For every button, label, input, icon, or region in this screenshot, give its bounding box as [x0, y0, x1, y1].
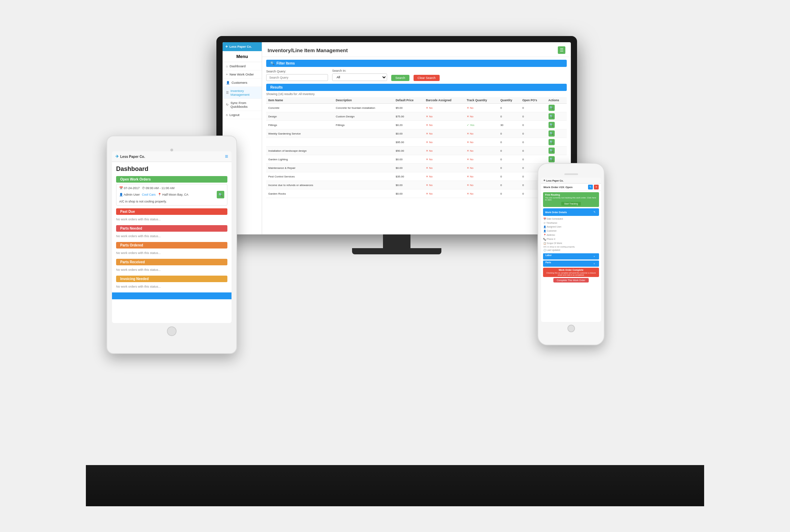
- cell-price: $5.00: [394, 104, 424, 112]
- phone-labor-section: Labor +: [543, 253, 599, 259]
- wo-search-button[interactable]: 🔍: [217, 191, 224, 198]
- sidebar-menu-title: Menu: [223, 51, 262, 62]
- table-header-row: Item Name Description Default Price Barc…: [266, 97, 567, 104]
- cell-open-po: 0: [520, 138, 546, 147]
- add-item-button[interactable]: ☰: [558, 46, 565, 54]
- sidebar-item-dashboard[interactable]: ⌂ Dashboard: [223, 62, 262, 70]
- row-action-button[interactable]: 🔍: [549, 148, 555, 154]
- monitor-stand-neck: [383, 234, 410, 248]
- phone-labor-add[interactable]: +: [592, 254, 597, 259]
- parts-needed-empty: No work orders with this status...: [112, 233, 232, 241]
- cell-price: $0.00: [394, 164, 424, 172]
- row-action-button[interactable]: 🔍: [549, 113, 555, 119]
- cell-quantity: 30: [498, 121, 520, 129]
- phone-assigned-label: 👤 Assigned User:: [543, 225, 562, 228]
- monitor: ✈ Less Paper Co. Menu ⌂ Dashboard + New …: [216, 36, 577, 254]
- invoicing-needed-bar: Invoicing Needed: [116, 276, 227, 282]
- cell-actions: 🔍: [546, 155, 567, 164]
- row-action-button[interactable]: 🔍: [549, 122, 555, 128]
- cell-item-name: Maintenance & Repair: [266, 164, 334, 172]
- cell-quantity: 0: [498, 155, 520, 164]
- monitor-screen: ✈ Less Paper Co. Menu ⌂ Dashboard + New …: [223, 42, 571, 234]
- table-row: Maintenance & Repair $0.00 ✕ No ✕ No 0 0…: [266, 164, 567, 172]
- cell-barcode: ✕ No: [424, 104, 465, 112]
- search-button[interactable]: Search: [391, 75, 409, 81]
- phone-logo: ✈ Less Paper Co.: [543, 179, 564, 182]
- table-row: Garden Lighting $0.00 ✕ No ✕ No 0 0 🔍: [266, 155, 567, 164]
- phone-edit-button[interactable]: ✎: [588, 185, 593, 189]
- phone-speaker: [564, 173, 578, 175]
- sidebar-item-new-work-order[interactable]: + New Work Order: [223, 70, 262, 79]
- cell-open-po: 0: [520, 104, 546, 112]
- main-content: Inventory/Line Item Management ☰ 🔍 Filte…: [262, 42, 571, 234]
- tablet-camera: [170, 149, 173, 151]
- search-query-group: Search Query:: [266, 70, 328, 81]
- sidebar-item-sync[interactable]: ↻ Sync From Quickbooks: [223, 99, 262, 111]
- complete-work-order-button[interactable]: Complete This Work Order: [553, 278, 589, 282]
- cell-quantity: 0: [498, 189, 520, 198]
- cell-price: $95.00: [394, 138, 424, 147]
- phone-date-label: 📅 Date Scheduled:: [543, 218, 563, 220]
- row-action-button[interactable]: 🔍: [549, 105, 555, 111]
- past-due-bar: Past Due: [116, 208, 227, 215]
- inventory-table-scroll: Item Name Description Default Price Barc…: [262, 97, 571, 234]
- cell-track: ✕ No: [465, 147, 498, 155]
- phone-timeframe-label: ⏱ Timeframe:: [543, 222, 557, 224]
- row-action-button[interactable]: 🔍: [549, 156, 555, 162]
- clear-search-button[interactable]: Clear Search: [414, 75, 440, 81]
- cell-open-po: 0: [520, 112, 546, 121]
- parts-needed-bar: Parts Needed: [116, 225, 227, 232]
- cell-item-name: [266, 138, 334, 147]
- sidebar-item-logout[interactable]: ⎋ Logout: [223, 111, 262, 119]
- phone-home-button[interactable]: [567, 325, 575, 332]
- phone-close-button[interactable]: ✕: [594, 185, 599, 189]
- hamburger-icon[interactable]: ≡: [225, 153, 228, 160]
- row-action-button[interactable]: 🔍: [549, 130, 555, 137]
- sidebar-sync-label: Sync From Quickbooks: [230, 101, 258, 108]
- sidebar-logo: ✈ Less Paper Co.: [223, 42, 262, 51]
- cell-track: ✕ No: [465, 172, 498, 181]
- phone-complete-section: Work Order Complete Checking this as com…: [543, 268, 599, 277]
- cell-track: ✕ No: [465, 138, 498, 147]
- home-icon: ⌂: [226, 65, 228, 68]
- sidebar-item-inventory[interactable]: ☰ Inventory Management: [223, 87, 262, 99]
- search-in-select[interactable]: All: [332, 73, 387, 81]
- wo-customer-link[interactable]: Cool Cars: [142, 193, 156, 196]
- main-header: Inventory/Line Item Management ☰: [262, 42, 571, 57]
- logout-icon: ⎋: [226, 113, 228, 117]
- search-in-group: Search In: All: [332, 69, 387, 81]
- search-input[interactable]: [266, 74, 328, 81]
- cell-item-name: Design: [266, 112, 334, 121]
- start-tracking-button[interactable]: Start Tracking: [561, 202, 580, 206]
- row-action-button[interactable]: 🔍: [549, 139, 555, 145]
- tablet-home-button[interactable]: [167, 326, 177, 336]
- phone-parts-label: Parts: [545, 261, 551, 266]
- cell-actions: 🔍: [546, 121, 567, 129]
- free-routing-text: You are currently not tracking this work…: [545, 197, 597, 201]
- cell-barcode: ✕ No: [424, 112, 465, 121]
- col-item-name: Item Name: [266, 97, 334, 104]
- cell-item-name: Concrete: [266, 104, 334, 112]
- cell-description: [334, 189, 394, 198]
- col-track: Track Quantity: [465, 97, 498, 104]
- phone: ✈ Less Paper Co. Work Order #19: Open ✎ …: [538, 163, 605, 345]
- cell-price: $0.20: [394, 121, 424, 129]
- sidebar-item-customers[interactable]: 👤 Customers: [223, 79, 262, 87]
- phone-address-label: 📍 Address:: [543, 234, 555, 236]
- phone-wo-edit-button[interactable]: ✎: [592, 210, 597, 215]
- cell-actions: 🔍: [546, 104, 567, 112]
- cell-price: $0.00: [394, 181, 424, 189]
- cell-price: $0.00: [394, 189, 424, 198]
- wo-date-row: 📅 07-24-2017 ⏱ 09:00 AM - 11:00 AM: [119, 186, 224, 190]
- cell-item-name: Fittings: [266, 121, 334, 129]
- cell-description: Custom Design: [334, 112, 394, 121]
- sidebar-dashboard-label: Dashboard: [229, 64, 245, 68]
- cell-description: [334, 172, 394, 181]
- search-in-label: Search In:: [332, 69, 387, 72]
- col-description: Description: [334, 97, 394, 104]
- phone-parts-add[interactable]: +: [592, 261, 597, 266]
- tablet: ✈ Less Paper Co. ≡ Dashboard Open Work O…: [106, 136, 237, 354]
- cell-open-po: 0: [520, 129, 546, 138]
- sidebar-logout-label: Logout: [229, 113, 239, 117]
- wo-date: 📅 07-24-2017: [119, 186, 140, 190]
